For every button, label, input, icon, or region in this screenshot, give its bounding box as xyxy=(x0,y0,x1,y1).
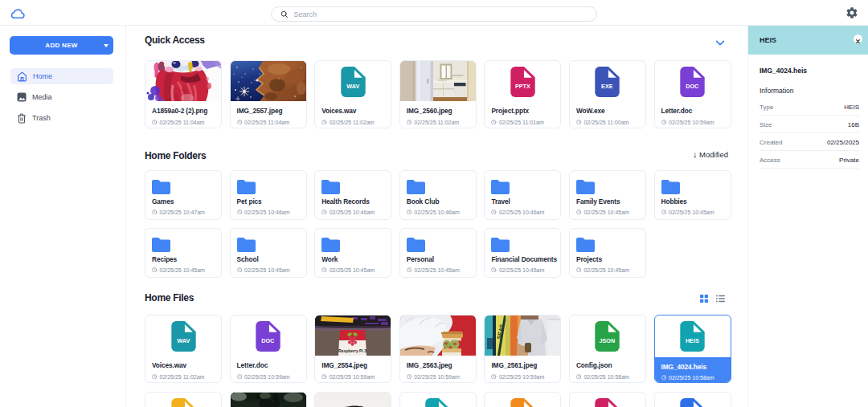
svg-text:EXE: EXE xyxy=(602,83,614,90)
svg-text:JSON: JSON xyxy=(600,337,616,344)
svg-text:HEIS: HEIS xyxy=(686,337,699,344)
svg-text:DOC: DOC xyxy=(686,83,699,90)
svg-text:WAV: WAV xyxy=(346,83,359,90)
svg-text:PPTX: PPTX xyxy=(515,83,530,90)
svg-text:Raspberry Pi 3: Raspberry Pi 3 xyxy=(338,348,366,353)
svg-text:DOC: DOC xyxy=(261,337,275,344)
svg-text:WAV: WAV xyxy=(177,337,190,344)
